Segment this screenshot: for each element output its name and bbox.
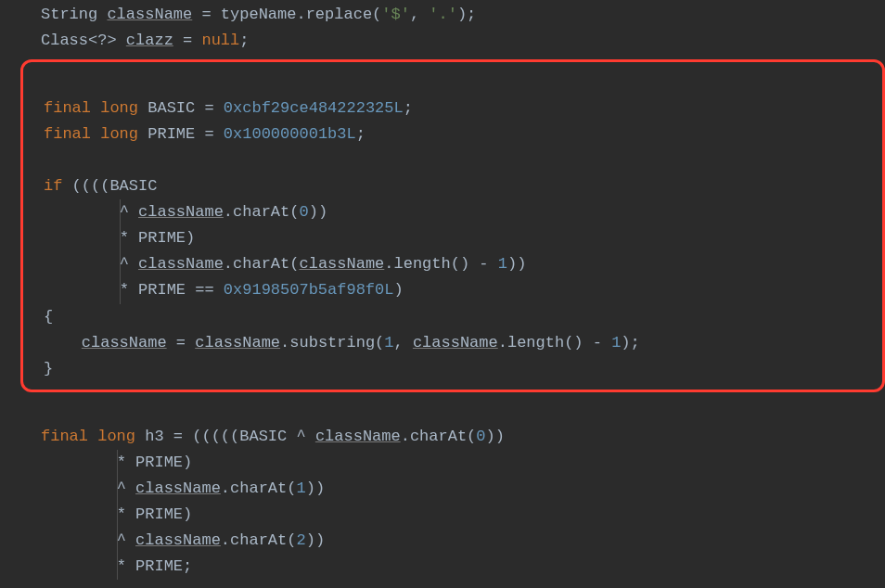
code-text: ^ — [120, 203, 138, 221]
code-text: .charAt( — [401, 428, 477, 445]
code-text: ; — [404, 99, 413, 117]
variable-className: className — [135, 531, 221, 549]
variable-clazz: clazz — [126, 32, 173, 49]
indent — [44, 334, 82, 352]
variable-className: className — [138, 255, 224, 273]
code-text: * PRIME) — [117, 505, 193, 523]
code-text: .length() - — [498, 334, 611, 352]
code-text: .length() - — [384, 255, 497, 273]
code-line: ^ className.charAt(1)) — [41, 476, 868, 502]
code-text: ^ — [120, 255, 138, 273]
variable-className: className — [82, 334, 167, 352]
code-line: ^ className.charAt(className.length() - … — [44, 251, 866, 277]
indent — [44, 255, 120, 273]
code-text: = — [167, 334, 196, 352]
code-text: ; — [356, 125, 366, 143]
code-text: h3 = (((((BASIC ^ — [135, 428, 315, 445]
code-text: .charAt( — [224, 255, 300, 273]
indent — [41, 531, 117, 549]
code-text: Class<?> — [41, 32, 126, 49]
string-literal: '.' — [429, 6, 457, 23]
number-literal: 0x9198507b5af98f0L — [224, 281, 394, 299]
code-line: * PRIME) — [41, 450, 868, 476]
code-line: ^ className.charAt(2)) — [41, 528, 868, 554]
code-text: = — [173, 32, 202, 49]
code-line: * PRIME == 0x9198507b5af98f0L) — [44, 277, 866, 303]
code-line: } — [44, 356, 866, 382]
highlighted-region: final long BASIC = 0xcbf29ce484222325L; … — [20, 59, 885, 392]
code-line: ^ className.charAt(0)) — [44, 199, 866, 225]
code-line: final long h3 = (((((BASIC ^ className.c… — [41, 424, 868, 450]
number-literal: 0 — [299, 203, 308, 221]
code-text: = typeName.replace( — [192, 6, 381, 23]
code-text: * PRIME) — [117, 454, 193, 471]
indent — [41, 454, 117, 471]
blank-line — [41, 398, 868, 424]
number-literal: 0 — [476, 428, 485, 445]
code-text: ); — [457, 6, 476, 23]
code-line: * PRIME) — [44, 225, 866, 251]
indent — [44, 281, 120, 299]
keyword-long: long — [100, 99, 138, 117]
string-literal: '$' — [381, 6, 410, 23]
number-literal: 0x100000001b3L — [224, 125, 356, 143]
number-literal: 0xcbf29ce484222325L — [224, 99, 404, 117]
code-line: * PRIME; — [41, 554, 868, 580]
code-line: final long PRIME = 0x100000001b3L; — [44, 121, 866, 147]
brace-open: { — [44, 308, 53, 326]
code-text: .charAt( — [221, 479, 297, 497]
keyword-final: final — [44, 99, 91, 117]
code-line: { — [44, 304, 866, 330]
code-line: final long BASIC = 0xcbf29ce484222325L; — [44, 96, 866, 121]
code-text: ^ — [117, 531, 135, 549]
keyword-final: final — [44, 125, 91, 143]
code-editor-viewport: String className = typeName.replace('$',… — [0, 2, 885, 580]
indent — [41, 505, 117, 523]
code-text: .substring( — [280, 334, 384, 352]
blank-line — [44, 70, 866, 96]
code-text: ; — [239, 32, 249, 49]
space — [91, 125, 100, 143]
variable-className: className — [299, 255, 384, 273]
indent — [44, 203, 120, 221]
code-text: ) — [393, 281, 403, 299]
code-text: )) — [486, 428, 505, 445]
number-literal: 1 — [296, 479, 305, 497]
code-line: Class<?> clazz = null; — [41, 28, 868, 54]
code-text: ((((BASIC — [62, 177, 157, 195]
number-literal: 1 — [611, 334, 621, 352]
code-text: * PRIME == — [120, 281, 224, 299]
indent — [41, 557, 117, 575]
code-text: )) — [507, 255, 526, 273]
code-text: * PRIME; — [117, 557, 193, 575]
code-text: BASIC = — [138, 99, 224, 117]
keyword-null: null — [201, 32, 239, 49]
variable-className: className — [135, 479, 221, 497]
variable-className: className — [315, 428, 401, 445]
variable-className: className — [107, 6, 192, 23]
code-line: String className = typeName.replace('$',… — [41, 2, 868, 28]
code-text: .charAt( — [221, 531, 297, 549]
keyword-final: final — [41, 428, 88, 445]
variable-className: className — [195, 334, 280, 352]
space — [88, 428, 97, 445]
code-text: String — [41, 6, 107, 23]
keyword-long: long — [97, 428, 135, 445]
keyword-long: long — [100, 125, 138, 143]
variable-className: className — [138, 203, 224, 221]
space — [91, 99, 100, 117]
code-text: , — [394, 334, 413, 352]
indent — [44, 229, 120, 247]
code-text: )) — [306, 531, 325, 549]
code-text: , — [410, 6, 429, 23]
variable-className: className — [413, 334, 498, 352]
number-literal: 1 — [384, 334, 393, 352]
code-line: if ((((BASIC — [44, 173, 866, 199]
code-line: className = className.substring(1, class… — [44, 330, 866, 356]
indent — [41, 479, 117, 497]
code-text: )) — [309, 203, 327, 221]
brace-close: } — [44, 360, 53, 377]
blank-line — [44, 147, 866, 173]
code-text: PRIME = — [138, 125, 224, 143]
code-line: * PRIME) — [41, 502, 868, 528]
